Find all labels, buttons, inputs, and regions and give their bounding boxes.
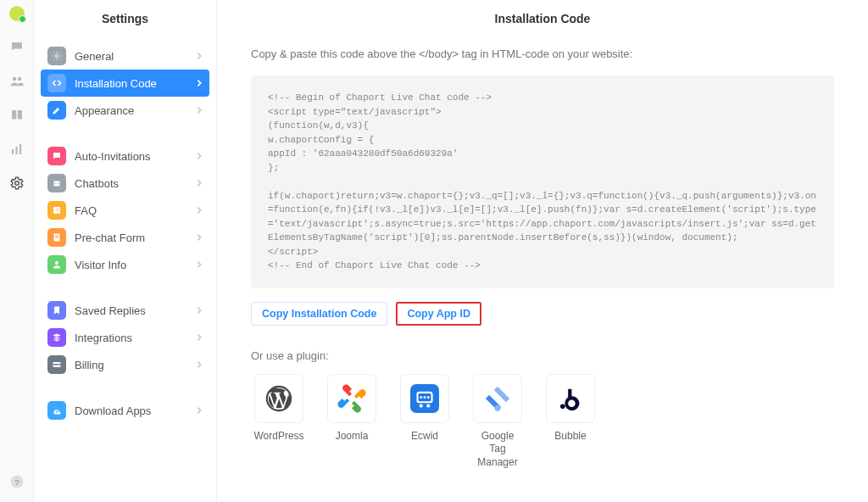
svg-point-24 <box>426 404 430 407</box>
chevron-right-icon <box>196 233 203 242</box>
sidebar-item-auto-invitations[interactable]: Auto-Invitations <box>41 142 209 170</box>
svg-point-26 <box>424 396 426 399</box>
sidebar-item-download-apps[interactable]: Download Apps <box>41 397 209 424</box>
gear-icon <box>47 47 66 65</box>
gtm-icon <box>473 374 522 423</box>
chevron-right-icon <box>196 179 203 187</box>
plugin-label: WordPress <box>251 430 307 443</box>
chats-icon[interactable] <box>8 39 25 56</box>
svg-point-0 <box>12 77 16 81</box>
svg-point-23 <box>420 404 423 407</box>
svg-rect-3 <box>15 147 17 154</box>
bubble-icon <box>546 374 595 423</box>
chevron-right-icon <box>196 79 203 87</box>
chevron-right-icon <box>196 260 203 269</box>
chevron-right-icon <box>196 306 203 315</box>
main-panel: Installation Code Copy & paste this code… <box>217 0 868 502</box>
sidebar-item-general[interactable]: General <box>41 42 209 70</box>
svg-rect-19 <box>53 364 61 365</box>
settings-sidebar: Settings GeneralInstallation CodeAppeara… <box>34 0 217 502</box>
sidebar-item-chatbots[interactable]: Chatbots <box>41 170 209 197</box>
svg-rect-16 <box>55 237 58 238</box>
svg-point-10 <box>55 183 57 185</box>
sidebar-item-label: Appearance <box>75 104 134 117</box>
sidebar-item-label: Download Apps <box>75 404 151 417</box>
svg-rect-9 <box>54 181 60 187</box>
sidebar-item-label: Pre-chat Form <box>75 231 145 244</box>
stack-icon <box>47 328 66 347</box>
svg-rect-2 <box>12 149 14 154</box>
svg-point-27 <box>427 396 430 399</box>
chevron-right-icon <box>196 52 203 60</box>
svg-point-29 <box>560 404 565 409</box>
plugin-google[interactable]: GoogleTag Manager <box>470 374 526 470</box>
chevron-right-icon <box>196 106 203 114</box>
sidebar-item-installation-code[interactable]: Installation Code <box>41 70 209 97</box>
svg-text:?: ? <box>14 477 19 487</box>
svg-rect-4 <box>19 144 21 154</box>
plugin-joomla[interactable]: Joomla <box>324 374 380 470</box>
ecwid-icon <box>400 374 449 423</box>
plugin-bubble[interactable]: Bubble <box>542 374 598 470</box>
book-icon[interactable] <box>8 107 25 124</box>
sidebar-item-label: Visitor Info <box>75 259 126 271</box>
plugin-label: Bubble <box>542 430 598 443</box>
svg-point-1 <box>17 77 21 81</box>
settings-nav-icon[interactable] <box>8 175 25 192</box>
copy-code-button[interactable]: Copy Installation Code <box>251 302 387 326</box>
code-icon <box>47 74 66 92</box>
sidebar-title: Settings <box>34 0 216 42</box>
sidebar-item-integrations[interactable]: Integrations <box>41 324 209 351</box>
joomla-icon <box>327 374 376 423</box>
sidebar-item-label: Saved Replies <box>75 304 146 317</box>
svg-point-17 <box>55 261 58 265</box>
chevron-right-icon <box>196 333 203 342</box>
logo-icon[interactable] <box>8 5 25 22</box>
chevron-right-icon <box>196 152 203 160</box>
svg-point-28 <box>494 404 500 410</box>
chat-icon <box>47 147 66 165</box>
copy-app-id-button[interactable]: Copy App ID <box>396 302 481 326</box>
sidebar-item-faq[interactable]: ?FAQ <box>41 197 209 224</box>
sidebar-item-label: FAQ <box>75 204 97 217</box>
download-icon <box>47 401 66 420</box>
help-icon[interactable]: ? <box>8 473 25 490</box>
sidebar-item-label: Installation Code <box>75 77 157 90</box>
svg-point-25 <box>420 396 422 399</box>
svg-point-8 <box>56 55 58 58</box>
sidebar-item-label: Chatbots <box>75 177 119 190</box>
svg-point-11 <box>58 183 59 185</box>
code-block[interactable]: <!-- Begin of Chaport Live Chat code -->… <box>251 75 834 288</box>
bot-icon <box>47 174 66 192</box>
svg-rect-15 <box>55 236 58 237</box>
plugin-label: GoogleTag Manager <box>470 430 526 470</box>
pencil-icon <box>47 101 66 120</box>
nav-rail: ? <box>0 0 34 502</box>
visitor-icon <box>47 255 66 274</box>
sidebar-item-label: General <box>75 50 114 63</box>
sidebar-item-appearance[interactable]: Appearance <box>41 97 209 124</box>
plugin-label: Ecwid <box>397 430 453 443</box>
plugin-ecwid[interactable]: Ecwid <box>397 374 453 470</box>
faq-icon: ? <box>47 201 66 220</box>
plugin-wordpress[interactable]: WordPress <box>251 374 307 470</box>
page-title: Installation Code <box>217 0 868 47</box>
sidebar-item-pre-chat-form[interactable]: Pre-chat Form <box>41 224 209 251</box>
form-icon <box>47 228 66 247</box>
sidebar-item-label: Auto-Invitations <box>75 150 151 163</box>
bookmark-icon <box>47 301 66 320</box>
sidebar-item-label: Billing <box>75 359 104 371</box>
wordpress-icon <box>254 374 303 423</box>
sidebar-item-billing[interactable]: Billing <box>41 351 209 378</box>
plugins-label: Or use a plugin: <box>251 349 834 362</box>
chevron-right-icon <box>196 406 203 415</box>
sidebar-item-visitor-info[interactable]: Visitor Info <box>41 251 209 278</box>
people-icon[interactable] <box>8 73 25 90</box>
sidebar-item-label: Integrations <box>75 332 132 344</box>
svg-text:?: ? <box>55 208 58 214</box>
sidebar-item-saved-replies[interactable]: Saved Replies <box>41 297 209 324</box>
intro-text: Copy & paste this code above the </body>… <box>251 47 834 60</box>
svg-point-5 <box>14 181 19 186</box>
card-icon <box>47 355 66 374</box>
stats-icon[interactable] <box>8 141 25 158</box>
